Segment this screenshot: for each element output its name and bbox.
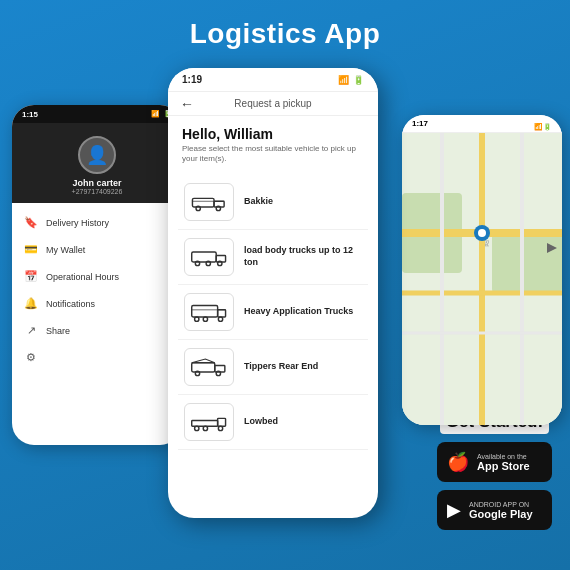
hours-label: Operational Hours — [46, 272, 119, 282]
phone-left-notch: 1:15 📶 🔋 — [12, 105, 182, 123]
greeting-name: Hello, William — [182, 126, 364, 142]
svg-point-20 — [216, 371, 220, 375]
app-store-name: App Store — [477, 460, 530, 472]
google-play-icon: ▶ — [447, 499, 461, 521]
svg-point-37 — [478, 229, 486, 237]
user-name: John carter — [72, 178, 121, 188]
svg-rect-21 — [192, 420, 218, 426]
bakkie-icon-box — [184, 183, 234, 221]
svg-point-9 — [218, 261, 222, 265]
right-phone-notch: 1:17 📶🔋 — [402, 115, 562, 133]
svg-rect-28 — [492, 233, 562, 293]
notifications-label: Notifications — [46, 299, 95, 309]
sidebar-item-settings[interactable]: ⚙ — [12, 344, 182, 371]
heavy-label: Heavy Application Trucks — [244, 306, 353, 318]
greeting-section: Hello, William Please select the most su… — [168, 116, 378, 171]
apple-icon: 🍎 — [447, 451, 469, 473]
vehicle-item-heavy[interactable]: Heavy Application Trucks — [178, 285, 368, 340]
svg-point-24 — [203, 426, 207, 430]
nav-title: Request a pickup — [234, 98, 311, 109]
tippers-icon-box — [184, 348, 234, 386]
svg-point-23 — [195, 426, 199, 430]
greeting-subtext: Please select the most suitable vehicle … — [182, 144, 364, 165]
right-phone-time: 1:17 — [412, 119, 428, 128]
page-title: Logistics App — [0, 18, 570, 50]
heavy-icon-box — [184, 293, 234, 331]
app-store-text: Available on the App Store — [477, 453, 530, 472]
svg-rect-5 — [192, 252, 216, 262]
svg-rect-16 — [192, 362, 215, 371]
wallet-icon: 💳 — [24, 243, 38, 256]
sidebar-item-hours[interactable]: 📅 Operational Hours — [12, 263, 182, 290]
svg-point-14 — [218, 317, 222, 321]
tippers-label: Tippers Rear End — [244, 361, 318, 373]
sidebar-item-delivery-history[interactable]: 🔖 Delivery History — [12, 209, 182, 236]
bakkie-label: Bakkie — [244, 196, 273, 208]
center-phone-nav: ← Request a pickup — [168, 92, 378, 116]
svg-rect-11 — [218, 310, 226, 317]
svg-point-25 — [218, 426, 222, 430]
svg-point-12 — [195, 317, 199, 321]
center-phone-status: 📶 🔋 — [338, 75, 364, 85]
svg-point-3 — [216, 206, 220, 210]
right-phone-icons: 📶🔋 — [534, 115, 552, 133]
svg-rect-10 — [192, 305, 218, 317]
svg-rect-0 — [192, 198, 214, 207]
loadbody-label: load body trucks up to 12 ton — [244, 245, 362, 268]
phone-center: 1:19 📶 🔋 ← Request a pickup Hello, Willi… — [168, 68, 378, 518]
vehicle-item-bakkie[interactable]: Bakkie — [178, 175, 368, 230]
phone-right: 1:17 📶🔋 Main Rd — [402, 115, 562, 425]
loadbody-icon-box — [184, 238, 234, 276]
lowbed-label: Lowbed — [244, 416, 278, 428]
app-store-top: Available on the — [477, 453, 530, 460]
svg-rect-22 — [218, 418, 226, 426]
back-arrow-icon[interactable]: ← — [180, 96, 194, 112]
center-phone-notch: 1:19 📶 🔋 — [168, 68, 378, 92]
google-play-name: Google Play — [469, 508, 533, 520]
settings-icon: ⚙ — [24, 351, 38, 364]
svg-point-19 — [195, 371, 199, 375]
share-icon: ↗ — [24, 324, 38, 337]
sidebar-item-share[interactable]: ↗ Share — [12, 317, 182, 344]
svg-point-7 — [195, 261, 199, 265]
map-svg: Main Rd — [402, 133, 562, 425]
left-phone-time: 1:15 — [22, 110, 38, 119]
left-phone-header: 👤 John carter +279717409226 — [12, 123, 182, 203]
phone-left: 1:15 📶 🔋 👤 John carter +279717409226 🔖 D… — [12, 105, 182, 445]
app-store-button[interactable]: 🍎 Available on the App Store — [437, 442, 552, 482]
wallet-label: My Wallet — [46, 245, 85, 255]
svg-point-2 — [196, 206, 200, 210]
vehicle-item-tippers[interactable]: Tippers Rear End — [178, 340, 368, 395]
avatar: 👤 — [78, 136, 116, 174]
delivery-history-label: Delivery History — [46, 218, 109, 228]
google-play-button[interactable]: ▶ ANDROID APP ON Google Play — [437, 490, 552, 530]
user-phone: +279717409226 — [72, 188, 123, 195]
get-started-section: Get Started! 🍎 Available on the App Stor… — [437, 410, 552, 530]
map-view: Main Rd — [402, 133, 562, 425]
vehicle-list: Bakkie load body trucks up to 12 ton — [168, 171, 378, 454]
hours-icon: 📅 — [24, 270, 38, 283]
notifications-icon: 🔔 — [24, 297, 38, 310]
delivery-history-icon: 🔖 — [24, 216, 38, 229]
svg-point-13 — [203, 317, 207, 321]
lowbed-icon-box — [184, 403, 234, 441]
menu-list: 🔖 Delivery History 💳 My Wallet 📅 Operati… — [12, 203, 182, 377]
google-play-top: ANDROID APP ON — [469, 501, 533, 508]
vehicle-item-lowbed[interactable]: Lowbed — [178, 395, 368, 450]
sidebar-item-notifications[interactable]: 🔔 Notifications — [12, 290, 182, 317]
svg-point-8 — [206, 261, 210, 265]
share-label: Share — [46, 326, 70, 336]
sidebar-item-wallet[interactable]: 💳 My Wallet — [12, 236, 182, 263]
vehicle-item-loadbody[interactable]: load body trucks up to 12 ton — [178, 230, 368, 285]
google-play-text: ANDROID APP ON Google Play — [469, 501, 533, 520]
center-phone-time: 1:19 — [182, 74, 202, 85]
